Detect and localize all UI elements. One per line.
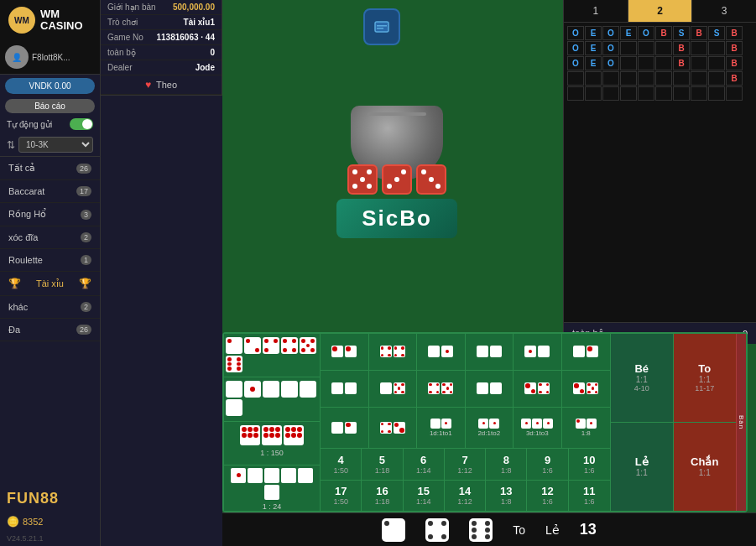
le-cell[interactable]: Lẻ 1:1 <box>611 423 674 512</box>
dice-triple-1[interactable] <box>240 425 260 445</box>
sort-select[interactable]: 10-3K <box>18 137 93 153</box>
dice-num-bottom: 1 : 24 <box>224 465 320 511</box>
die-3 <box>416 164 446 195</box>
stats-tab-3[interactable]: 3 <box>692 0 756 22</box>
dice-triple-3[interactable] <box>284 425 304 445</box>
dice-mini-6[interactable] <box>226 356 242 372</box>
num-cell-12[interactable]: 12 1:6 <box>527 481 568 511</box>
dice-mid-5[interactable] <box>300 381 316 398</box>
combo-3-6[interactable]: 1:8 <box>562 408 611 449</box>
dealer-label: Dealer <box>107 63 132 72</box>
num-cell-4[interactable]: 4 1:50 <box>321 449 362 479</box>
auto-send-label: Tự động gửi <box>7 120 52 129</box>
follow-row[interactable]: ♥ Theo <box>101 75 222 95</box>
combo-3-1[interactable] <box>321 408 369 449</box>
bottom-to-label[interactable]: To <box>513 523 525 537</box>
combo-2-6[interactable] <box>562 371 611 407</box>
sicbo-title: SicBo <box>362 205 432 231</box>
nav-item-tatca[interactable]: Tất cả 26 <box>0 157 100 180</box>
cup-rim <box>368 112 426 116</box>
grid-row-1: O E O E O B S B S B <box>567 26 753 40</box>
logo-area: WM WMCASINO <box>0 0 100 40</box>
nav-item-khac[interactable]: khác 2 <box>0 296 100 319</box>
dice-column: 1 : 150 1 : 24 <box>224 334 321 511</box>
dice-mini-4[interactable] <box>281 337 298 354</box>
combo-1-5[interactable] <box>514 334 562 370</box>
num-cell-9[interactable]: 9 1:6 <box>527 449 568 479</box>
dice-mid-2[interactable] <box>244 381 261 398</box>
num-cell-7[interactable]: 7 1:12 <box>445 449 486 479</box>
num-cell-6[interactable]: 6 1:14 <box>404 449 445 479</box>
combo-2-5[interactable] <box>514 371 562 407</box>
dice-mid-4[interactable] <box>281 381 298 398</box>
nav-item-taixiu[interactable]: 🏆 Tài xỉu 🏆 <box>0 272 100 296</box>
num-cell-17[interactable]: 17 1:50 <box>321 481 362 511</box>
stats-tab-1[interactable]: 1 <box>564 0 628 22</box>
combo-2-1[interactable] <box>321 371 369 407</box>
nav-item-rongho[interactable]: Rồng Hổ 3 <box>0 203 100 226</box>
dice-mid-6[interactable] <box>226 399 242 416</box>
num-cell-16[interactable]: 16 1:18 <box>362 481 403 511</box>
dice-mini-3[interactable] <box>263 337 279 354</box>
svg-rect-1 <box>377 25 387 27</box>
game-area: SicBo 1 2 3 O E O E O B S B S B <box>222 0 756 546</box>
chan-label: Chắn <box>691 455 718 468</box>
dn2[interactable] <box>248 468 263 483</box>
game-label: Trò chơi <box>107 18 138 27</box>
combo-3-4[interactable]: 2d:1to2 <box>466 408 514 449</box>
combo-1-6[interactable] <box>562 334 611 370</box>
combo-3-5[interactable]: 3d:1to3 <box>514 408 562 449</box>
combo-2-2[interactable] <box>369 371 418 407</box>
dice-mini-1[interactable] <box>226 337 242 354</box>
bottom-dice-3[interactable] <box>469 518 493 542</box>
nav-item-da[interactable]: Đa 26 <box>0 319 100 341</box>
auto-send-toggle[interactable] <box>70 118 93 130</box>
chan-cell[interactable]: Chắn 1:1 <box>674 423 737 512</box>
nav-item-roulette[interactable]: Roulette 1 <box>0 249 100 272</box>
dice-num-group <box>224 465 320 502</box>
bottom-le-label[interactable]: Lẻ <box>545 523 560 537</box>
combo-1-4[interactable] <box>466 334 514 370</box>
logo-text: WMCASINO <box>40 8 83 33</box>
report-button[interactable]: Báo cáo <box>5 99 95 113</box>
balance-button[interactable]: VNDK 0.00 <box>5 78 95 94</box>
to-cell[interactable]: To 1:1 11-17 <box>674 334 737 422</box>
num-cell-15[interactable]: 15 1:14 <box>404 481 445 511</box>
combo-row-2 <box>321 371 610 408</box>
dn5[interactable] <box>298 468 313 483</box>
dice-mini-5[interactable] <box>300 337 316 354</box>
dn1[interactable] <box>231 468 246 483</box>
num-cell-5[interactable]: 5 1:18 <box>362 449 403 479</box>
combo-1-3[interactable] <box>417 334 466 370</box>
nav-item-xocdia[interactable]: xóc đĩa 2 <box>0 226 100 249</box>
dn4[interactable] <box>281 468 296 483</box>
num-cell-10[interactable]: 10 1:6 <box>569 449 610 479</box>
combo-3-3[interactable]: 1d:1to1 <box>417 408 466 449</box>
num-cell-11[interactable]: 11 1:6 <box>569 481 610 511</box>
nav-item-baccarat[interactable]: Baccarat 17 <box>0 180 100 203</box>
num-cell-14[interactable]: 14 1:12 <box>445 481 486 511</box>
dice-triple-2[interactable] <box>262 425 282 445</box>
be-cell[interactable]: Bé 1:1 4-10 <box>611 334 674 422</box>
num-cell-8[interactable]: 8 1:8 <box>486 449 527 479</box>
combo-1-2[interactable] <box>369 334 418 370</box>
dice-mid-1[interactable] <box>226 381 242 398</box>
combo-2-4[interactable] <box>466 371 514 407</box>
coin-area: 🪙 8352 <box>0 512 100 531</box>
be-range: 4-10 <box>634 384 649 393</box>
dice-mini-2[interactable] <box>244 337 261 354</box>
stats-panel: 1 2 3 O E O E O B S B S B O E O <box>563 0 756 344</box>
combo-2-3[interactable] <box>417 371 466 407</box>
dice-mid-3[interactable] <box>263 381 279 398</box>
num-cell-13[interactable]: 13 1:8 <box>486 481 527 511</box>
combo-3-2[interactable] <box>369 408 418 449</box>
dn6[interactable] <box>264 485 279 500</box>
bottom-dice-2[interactable] <box>425 518 449 542</box>
card-icon-button[interactable] <box>363 8 400 45</box>
le-odds: 1:1 <box>636 468 648 477</box>
username: F8lott8K... <box>32 53 70 62</box>
dn3[interactable] <box>264 468 279 483</box>
combo-1-1[interactable] <box>321 334 369 370</box>
stats-tab-2[interactable]: 2 <box>628 0 693 22</box>
bottom-dice-1[interactable] <box>382 518 405 542</box>
